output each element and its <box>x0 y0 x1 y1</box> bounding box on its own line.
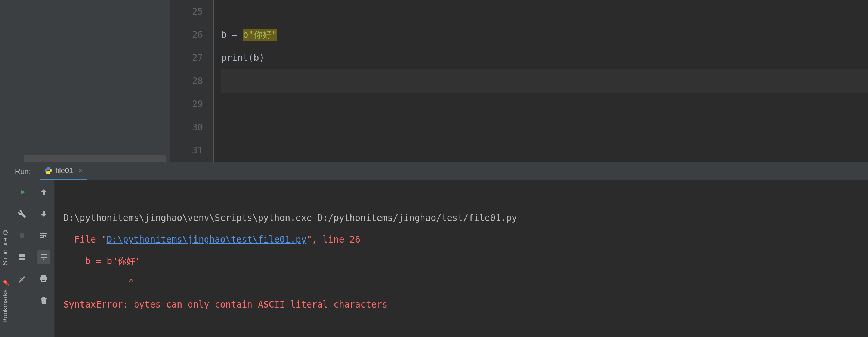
error-caret: ^ <box>64 278 134 288</box>
left-rail: Structure ⌬ Bookmarks 🔖 <box>0 0 11 337</box>
string-quote: " <box>272 29 277 41</box>
variable: b <box>221 29 226 40</box>
project-panel[interactable] <box>11 0 171 162</box>
operator: = <box>226 29 243 40</box>
error-file-suffix: ", line 26 <box>306 234 361 245</box>
down-button[interactable] <box>37 207 50 221</box>
argument: b <box>254 53 259 63</box>
wrap-button[interactable] <box>37 229 50 242</box>
code-line <box>221 139 868 162</box>
bookmarks-tool[interactable]: Bookmarks 🔖 <box>1 272 9 330</box>
run-body: D:\pythonitems\jinghao\venv\Scripts\pyth… <box>11 180 868 337</box>
pin-button[interactable] <box>15 272 29 285</box>
run-toolbar-right <box>33 180 55 337</box>
console-output[interactable]: D:\pythonitems\jinghao\venv\Scripts\pyth… <box>55 180 868 337</box>
code-line: print(b) <box>221 46 868 69</box>
run-tab-label: file01 <box>55 166 73 175</box>
horizontal-scrollbar[interactable] <box>24 155 166 162</box>
bytes-prefix: b <box>243 29 248 41</box>
svg-point-0 <box>47 168 47 168</box>
structure-label: Structure <box>1 238 9 265</box>
error-file-prefix: File " <box>64 234 107 245</box>
close-icon[interactable]: × <box>78 167 83 175</box>
wrench-button[interactable] <box>15 207 29 221</box>
run-header: Run: file01 × <box>11 162 868 180</box>
svg-rect-2 <box>20 233 24 238</box>
error-message: SyntaxError: bytes can only contain ASCI… <box>64 299 387 310</box>
paren: ( <box>248 53 253 63</box>
run-tab[interactable]: file01 × <box>40 162 87 180</box>
string-content: 你好 <box>254 29 272 41</box>
line-number[interactable]: 31 <box>171 139 203 162</box>
code-editor[interactable]: b = b"你好" print(b) <box>214 0 868 162</box>
code-line: b = b"你好" <box>221 23 868 46</box>
run-panel: Run: file01 × <box>11 162 868 337</box>
line-number[interactable]: 28 <box>171 69 203 93</box>
scroll-button[interactable] <box>37 250 50 264</box>
function-call: print <box>221 53 248 63</box>
line-number[interactable]: 27 <box>171 46 203 69</box>
error-file-link[interactable]: D:\pythonitems\jinghao\test\file01.py <box>107 234 307 245</box>
rerun-button[interactable] <box>15 185 29 199</box>
line-number[interactable]: 29 <box>171 93 203 116</box>
structure-tool[interactable]: Structure ⌬ <box>1 223 9 272</box>
line-number[interactable]: 30 <box>171 116 203 139</box>
code-line <box>221 116 868 139</box>
python-icon <box>44 166 52 175</box>
svg-point-1 <box>49 173 50 174</box>
editor-pane: 25 26 27 28 29 30 31 b = b"你好" print(b) <box>11 0 868 162</box>
main-area: 25 26 27 28 29 30 31 b = b"你好" print(b) … <box>11 0 868 337</box>
structure-icon: ⌬ <box>2 230 9 235</box>
code-line <box>221 93 868 116</box>
run-label: Run: <box>15 167 31 176</box>
command-line: D:\pythonitems\jinghao\venv\Scripts\pyth… <box>64 213 517 223</box>
run-toolbar-left <box>11 180 33 337</box>
code-line-active <box>221 69 868 93</box>
line-number[interactable]: 26 <box>171 23 203 46</box>
print-button[interactable] <box>37 272 50 285</box>
line-number[interactable]: 25 <box>171 0 203 23</box>
string-quote: " <box>248 29 253 41</box>
bookmarks-label: Bookmarks <box>1 289 9 323</box>
stop-button[interactable] <box>15 229 29 242</box>
trash-button[interactable] <box>37 294 50 307</box>
line-gutter: 25 26 27 28 29 30 31 <box>171 0 214 162</box>
up-button[interactable] <box>37 185 50 199</box>
error-code-line: b = b"你好" <box>64 256 141 266</box>
layout-button[interactable] <box>15 250 29 264</box>
code-line <box>221 0 868 23</box>
bookmark-icon: 🔖 <box>2 279 9 286</box>
paren: ) <box>259 53 264 63</box>
